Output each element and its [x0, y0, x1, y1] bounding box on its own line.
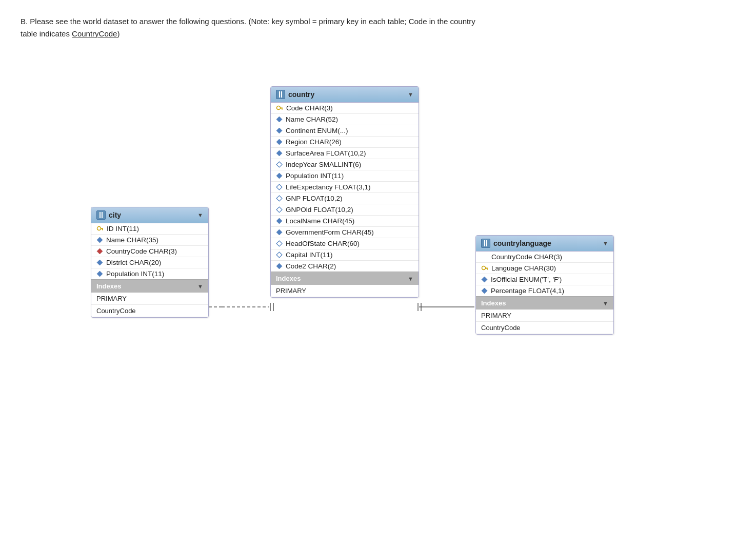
svg-marker-26: [276, 196, 282, 201]
svg-marker-30: [276, 241, 282, 246]
countrylanguage-indexes-header[interactable]: Indexes ▼: [476, 296, 613, 310]
diamond-filled-icon: [276, 263, 283, 269]
field-label: HeadOfState CHAR(60): [286, 240, 360, 247]
field-row: Name CHAR(52): [271, 114, 419, 125]
svg-point-16: [277, 106, 281, 109]
svg-marker-31: [276, 252, 282, 258]
countrylanguage-dropdown-arrow[interactable]: ▼: [603, 240, 608, 246]
pk-icon: [276, 105, 283, 112]
field-row: District CHAR(20): [91, 257, 208, 268]
indexes-dropdown-arrow[interactable]: ▼: [603, 300, 608, 306]
table-icon-countrylanguage: [481, 239, 490, 248]
diamond-filled-icon: [276, 139, 283, 145]
field-label: GNPOld FLOAT(10,2): [286, 206, 353, 214]
svg-marker-20: [276, 128, 282, 133]
field-row: GNP FLOAT(10,2): [271, 193, 419, 204]
countrylanguage-body: CountryCode CHAR(3) Language CHAR(30) Is…: [476, 252, 613, 296]
field-label: Name CHAR(35): [106, 236, 158, 244]
field-label: Region CHAR(26): [286, 138, 342, 146]
field-row: Code2 CHAR(2): [271, 261, 419, 272]
svg-point-40: [482, 266, 486, 269]
field-label: LifeExpectancy FLOAT(3,1): [286, 183, 371, 191]
intro-text: B. Please see the world dataset to answe…: [21, 15, 482, 40]
country-table-name: country: [288, 90, 314, 99]
diamond-filled-icon: [276, 218, 283, 224]
field-row: Percentage FLOAT(4,1): [476, 285, 613, 296]
diamond-red-icon: [96, 248, 103, 255]
field-row: HeadOfState CHAR(60): [271, 238, 419, 249]
country-indexes-header[interactable]: Indexes ▼: [271, 272, 419, 285]
countrylanguage-header: countrylanguage ▼: [476, 236, 613, 252]
svg-marker-44: [482, 288, 487, 294]
field-label: IndepYear SMALLINT(6): [286, 161, 361, 168]
field-row: CountryCode CHAR(3): [91, 246, 208, 257]
svg-marker-43: [482, 277, 487, 282]
table-icon-city: [96, 210, 106, 220]
svg-rect-18: [282, 108, 283, 109]
diamond-outline-icon: [276, 252, 283, 258]
table-icon-country: [276, 90, 285, 99]
field-label: Population INT(11): [106, 270, 164, 278]
countrylanguage-table-name: countrylanguage: [493, 239, 551, 247]
diamond-filled-icon: [96, 270, 103, 277]
svg-rect-42: [487, 268, 488, 269]
diamond-filled-icon: [96, 237, 103, 243]
svg-marker-22: [276, 150, 282, 156]
indexes-dropdown-arrow[interactable]: ▼: [408, 276, 413, 282]
svg-marker-24: [276, 173, 282, 179]
svg-rect-17: [280, 107, 283, 108]
field-row: Name CHAR(35): [91, 235, 208, 246]
svg-marker-27: [276, 207, 282, 212]
field-label: Continent ENUM(...): [286, 127, 348, 134]
svg-point-33: [97, 226, 101, 230]
indexes-label: Indexes: [96, 282, 121, 290]
city-index-primary: PRIMARY: [91, 293, 208, 305]
country-body: Code CHAR(3) Name CHAR(52) Continent ENU…: [271, 103, 419, 272]
field-row: Continent ENUM(...): [271, 125, 419, 137]
table-countrylanguage: countrylanguage ▼ CountryCode CHAR(3) La…: [475, 235, 614, 335]
field-row: IndepYear SMALLINT(6): [271, 159, 419, 170]
city-dropdown-arrow[interactable]: ▼: [197, 212, 203, 218]
svg-marker-39: [97, 271, 103, 277]
table-country: country ▼ Code CHAR(3) Name CHAR(52): [270, 86, 419, 298]
field-row: IsOfficial ENUM('T', 'F'): [476, 274, 613, 285]
svg-marker-21: [276, 139, 282, 145]
diamond-filled-icon: [481, 287, 488, 294]
countrylanguage-index-primary: PRIMARY: [476, 310, 613, 322]
field-row: LifeExpectancy FLOAT(3,1): [271, 182, 419, 193]
country-dropdown-arrow[interactable]: ▼: [408, 91, 413, 98]
field-row: Capital INT(11): [271, 249, 419, 261]
svg-marker-28: [276, 218, 282, 224]
indexes-label: Indexes: [481, 299, 506, 307]
field-label: District CHAR(20): [106, 259, 161, 266]
svg-marker-37: [97, 248, 103, 254]
field-row: Code CHAR(3): [271, 103, 419, 114]
er-diagram: country ▼ Code CHAR(3) Name CHAR(52): [70, 61, 686, 471]
field-row: GovernmentForm CHAR(45): [271, 227, 419, 238]
diamond-outline-icon: [276, 184, 283, 190]
field-label: Language CHAR(30): [491, 264, 556, 272]
indexes-dropdown-arrow[interactable]: ▼: [197, 283, 203, 289]
table-city: city ▼ ID INT(11) Name CHAR(35): [91, 207, 209, 318]
city-body: ID INT(11) Name CHAR(35) CountryCode CHA…: [91, 223, 208, 279]
field-row: LocalName CHAR(45): [271, 216, 419, 227]
diamond-filled-icon: [276, 229, 283, 236]
city-index-countrycode: CountryCode: [91, 305, 208, 317]
field-label: LocalName CHAR(45): [286, 217, 354, 225]
field-label: IsOfficial ENUM('T', 'F'): [491, 276, 562, 283]
field-label: Code CHAR(3): [286, 104, 333, 112]
city-indexes-header[interactable]: Indexes ▼: [91, 279, 208, 293]
city-header: city ▼: [91, 207, 208, 223]
svg-rect-34: [101, 228, 103, 229]
indexes-label: Indexes: [276, 275, 301, 282]
field-row: Population INT(11): [91, 268, 208, 279]
svg-marker-32: [276, 263, 282, 269]
diamond-filled-icon: [276, 172, 283, 179]
diamond-filled-icon: [481, 276, 488, 283]
svg-marker-25: [276, 184, 282, 190]
svg-rect-35: [102, 229, 103, 230]
diamond-filled-icon: [276, 116, 283, 123]
field-label: Percentage FLOAT(4,1): [491, 287, 564, 295]
field-label: Population INT(11): [286, 172, 344, 180]
diamond-outline-icon: [276, 240, 283, 247]
